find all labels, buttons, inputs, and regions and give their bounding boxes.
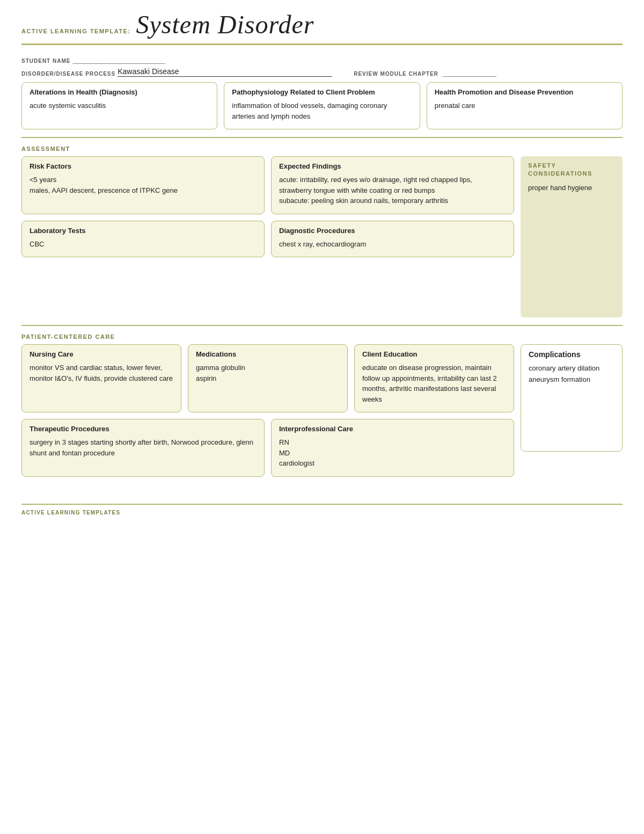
box-laboratory-tests-title: Laboratory Tests (30, 227, 257, 235)
complications-content: coronary artery dilation aneurysm format… (529, 363, 614, 386)
box-interprofessional-care-content: RN MD cardiologist (279, 437, 506, 469)
box-pathophysiology-content: inflammation of blood vessels, damaging … (232, 100, 412, 121)
header-label: Active Learning Template: (21, 28, 131, 34)
box-client-education: Client Education educate on disease prog… (354, 344, 514, 412)
complications-title: Complications (529, 350, 614, 359)
pcc-bottom-grid: Therapeutic Procedures surgery in 3 stag… (21, 419, 514, 477)
box-health-promotion-content: prenatal care (435, 100, 614, 111)
pcc-label: Patient-Centered Care (21, 333, 514, 340)
review-label: Review Module Chapter (354, 71, 438, 77)
safety-title: Safety Considerations (528, 162, 615, 178)
box-client-education-content: educate on disease progression, maintain… (362, 362, 506, 404)
box-health-promotion-title: Health Promotion and Disease Prevention (435, 88, 614, 96)
safety-content: proper hand hygiene (528, 183, 615, 193)
box-nursing-care: Nursing Care monitor VS and cardiac stat… (21, 344, 181, 412)
box-interprofessional-care: Interprofessional Care RN MD cardiologis… (271, 419, 514, 477)
box-therapeutic-procedures-title: Therapeutic Procedures (30, 425, 257, 433)
assessment-left: Assessment Risk Factors <5 years males, … (21, 143, 514, 317)
box-expected-findings-title: Expected Findings (279, 162, 506, 170)
box-alterations-content: acute systemic vasculitis (30, 100, 209, 111)
box-nursing-care-title: Nursing Care (30, 350, 173, 358)
pcc-right: Complications coronary artery dilation a… (521, 331, 623, 477)
box-expected-findings-content: acute: irritability, red eyes w/o draina… (279, 175, 506, 206)
box-risk-factors-title: Risk Factors (30, 162, 257, 170)
complications-box: Complications coronary artery dilation a… (521, 344, 623, 452)
assessment-area: Assessment Risk Factors <5 years males, … (21, 143, 623, 317)
safety-box: Safety Considerations proper hand hygien… (521, 156, 623, 317)
box-nursing-care-content: monitor VS and cardiac status, lower fev… (30, 362, 173, 383)
pcc-left: Patient-Centered Care Nursing Care monit… (21, 331, 514, 477)
assessment-right: Safety Considerations proper hand hygien… (521, 143, 623, 317)
header-title: System Disorder (136, 10, 314, 39)
box-pathophysiology: Pathophysiology Related to Client Proble… (224, 82, 420, 129)
assessment-label: Assessment (21, 146, 514, 152)
student-name-row: Student Name ___________________________… (21, 54, 623, 64)
footer-text: Active Learning Templates (21, 510, 120, 516)
box-pathophysiology-title: Pathophysiology Related to Client Proble… (232, 88, 412, 96)
pcc-top-grid: Nursing Care monitor VS and cardiac stat… (21, 344, 514, 412)
assessment-grid: Risk Factors <5 years males, AAPI descen… (21, 156, 514, 257)
disorder-label: Disorder/Disease Process (21, 71, 115, 77)
box-medications-content: gamma globulin aspirin (196, 362, 340, 383)
box-diagnostic-procedures-content: chest x ray, echocardiogram (279, 239, 506, 250)
footer: Active Learning Templates (21, 504, 623, 516)
box-expected-findings: Expected Findings acute: irritability, r… (271, 156, 514, 214)
box-therapeutic-procedures-content: surgery in 3 stages starting shortly aft… (30, 437, 257, 458)
box-diagnostic-procedures-title: Diagnostic Procedures (279, 227, 506, 235)
divider-pcc (21, 325, 623, 326)
top-boxes-row: Alterations in Health (Diagnosis) acute … (21, 82, 623, 129)
box-risk-factors-content: <5 years males, AAPI descent, prescence … (30, 175, 257, 195)
page: Active Learning Template: System Disorde… (0, 0, 644, 834)
review-section: Review Module Chapter (354, 68, 496, 77)
header: Active Learning Template: System Disorde… (21, 0, 623, 45)
box-therapeutic-procedures: Therapeutic Procedures surgery in 3 stag… (21, 419, 265, 477)
box-alterations: Alterations in Health (Diagnosis) acute … (21, 82, 217, 129)
box-client-education-title: Client Education (362, 350, 506, 358)
pcc-area: Patient-Centered Care Nursing Care monit… (21, 331, 623, 477)
disorder-row: Disorder/Disease Process Kawasaki Diseas… (21, 67, 623, 77)
divider-assessment (21, 137, 623, 138)
box-laboratory-tests-content: CBC (30, 239, 257, 250)
box-laboratory-tests: Laboratory Tests CBC (21, 221, 265, 258)
box-interprofessional-care-title: Interprofessional Care (279, 425, 506, 433)
box-risk-factors: Risk Factors <5 years males, AAPI descen… (21, 156, 265, 214)
box-diagnostic-procedures: Diagnostic Procedures chest x ray, echoc… (271, 221, 514, 258)
disorder-value: Kawasaki Disease (118, 67, 332, 77)
box-alterations-title: Alterations in Health (Diagnosis) (30, 88, 209, 96)
box-health-promotion: Health Promotion and Disease Prevention … (427, 82, 623, 129)
student-name-label: Student Name (21, 58, 70, 64)
box-medications: Medications gamma globulin aspirin (188, 344, 348, 412)
box-medications-title: Medications (196, 350, 340, 358)
